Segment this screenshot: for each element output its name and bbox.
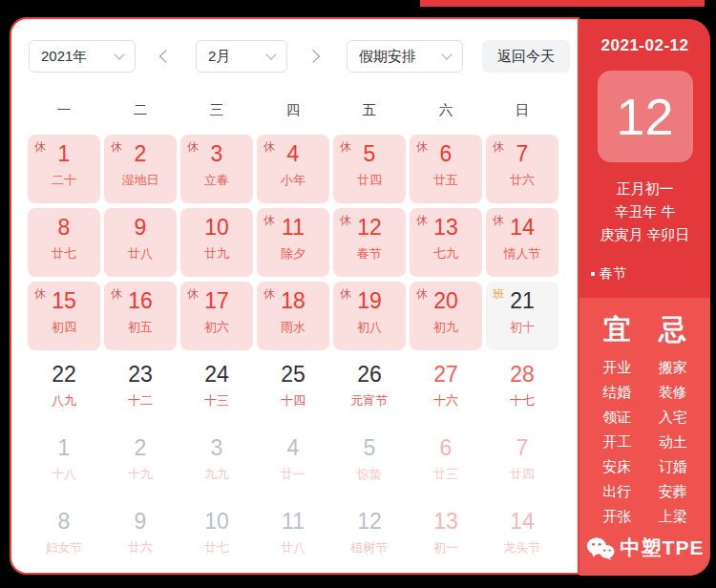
lunar-year: 辛丑年 牛 [579,200,710,223]
next-month-icon[interactable] [306,50,320,63]
prev-month-icon[interactable] [159,50,173,63]
day-number: 10 [204,509,229,534]
weekday-header: 六 [410,101,482,119]
lunar-label: 初九 [433,319,458,336]
day-cell[interactable]: 13初一 [410,502,482,571]
day-cell[interactable]: 10廿七 [180,502,253,571]
day-cell[interactable]: 休18雨水 [257,282,329,350]
day-cell[interactable]: 2十九 [104,429,177,497]
day-cell[interactable]: 4廿一 [257,429,329,497]
day-cell[interactable]: 10廿九 [180,208,253,277]
bullet-icon [591,272,595,276]
year-select[interactable]: 2021年 [29,40,136,73]
day-cell[interactable]: 休13七九 [410,208,482,277]
selected-date: 2021-02-12 [579,36,710,55]
day-cell[interactable]: 休11除夕 [257,208,329,277]
lunar-label: 十六 [433,392,458,410]
month-select-value: 2月 [208,48,230,66]
ji-item: 安葬 [645,479,702,504]
yi-item: 安床 [589,454,645,479]
rest-badge: 休 [340,213,351,229]
yi-title: 宜 [589,311,645,349]
ji-column: 搬家装修入宅动土订婚安葬上梁 [645,355,702,529]
day-cell[interactable]: 8妇女节 [28,502,100,571]
lunar-label: 初五 [128,319,153,336]
day-cell[interactable]: 23十二 [104,355,177,424]
day-cell[interactable]: 休12春节 [333,208,406,277]
day-cell[interactable]: 休2湿地日 [104,135,177,203]
rest-badge: 休 [416,286,428,303]
day-cell[interactable]: 休19初八 [333,282,406,350]
calendar-card: 2021年 2月 假期安排 返回今天 一二三四五六日 休1二十休2湿地日休3立春… [10,17,579,575]
rest-badge: 休 [263,286,275,303]
day-cell[interactable]: 7廿四 [486,429,558,497]
day-number: 13 [433,215,458,240]
rest-badge: 休 [493,139,504,156]
yi-item: 开张 [589,504,645,529]
day-cell[interactable]: 22八九 [28,355,100,424]
holiday-select[interactable]: 假期安排 [347,40,463,73]
weekday-header: 二 [104,101,177,119]
day-number: 2 [135,435,147,460]
day-cell[interactable]: 14龙头节 [486,502,558,571]
day-cell[interactable]: 休14情人节 [486,208,558,277]
day-cell[interactable]: 休17初六 [180,282,253,350]
holiday-select-value: 假期安排 [359,48,416,66]
day-cell[interactable]: 9廿八 [104,208,177,277]
day-cell[interactable]: 11廿八 [257,502,329,571]
day-cell[interactable]: 27十六 [410,355,482,424]
day-cell[interactable]: 12植树节 [333,502,406,571]
rest-badge: 休 [416,213,428,229]
day-cell[interactable]: 休5廿四 [333,135,406,203]
day-cell[interactable]: 3九九 [180,429,253,497]
lunar-label: 初六 [204,319,229,336]
day-cell[interactable]: 休4小年 [257,135,329,203]
day-cell[interactable]: 25十四 [257,355,329,424]
day-cell[interactable]: 28十七 [486,355,558,424]
day-number: 5 [364,141,376,166]
lunar-label: 廿六 [128,539,153,556]
day-cell[interactable]: 休6廿五 [410,135,482,203]
lunar-label: 湿地日 [122,172,159,189]
weekday-header: 日 [486,101,558,119]
month-select[interactable]: 2月 [196,40,287,73]
lunar-label: 初一 [433,539,458,556]
lunar-label: 元宵节 [351,392,389,410]
back-to-today-button[interactable]: 返回今天 [482,40,570,73]
lunar-label: 十三 [204,392,229,410]
day-cell[interactable]: 6廿三 [410,429,482,497]
festival-label: 春节 [600,265,626,283]
day-cell[interactable]: 9廿六 [104,502,177,571]
lunar-label: 廿八 [128,245,153,262]
day-cell[interactable]: 休20初九 [410,282,482,350]
day-number: 1 [58,435,71,460]
day-cell[interactable]: 休7廿六 [486,135,558,203]
calendar-widget: 2021年 2月 假期安排 返回今天 一二三四五六日 休1二十休2湿地日休3立春… [10,17,710,576]
yi-item: 开工 [589,430,645,454]
day-cell[interactable]: 1十八 [28,429,100,497]
lunar-label: 廿四 [357,172,382,189]
day-number: 8 [58,215,71,240]
day-cell[interactable]: 休16初五 [104,282,177,350]
day-cell[interactable]: 5惊蛰 [333,429,406,497]
day-cell[interactable]: 26元宵节 [333,355,406,424]
day-cell[interactable]: 24十三 [180,355,253,424]
day-number: 17 [204,288,229,313]
date-detail-sidebar: 2021-02-12 12 正月初一 辛丑年 牛 庚寅月 辛卯日 春节 宜 忌 … [579,19,710,576]
lunar-label: 除夕 [281,245,305,262]
day-cell[interactable]: 休1二十 [28,135,100,203]
lunar-label: 十二 [128,392,153,410]
day-cell[interactable]: 休15初四 [28,282,100,350]
day-cell[interactable]: 8廿七 [28,208,100,277]
day-number: 27 [433,362,458,387]
lunar-label: 十九 [128,466,153,483]
toolbar: 2021年 2月 假期安排 返回今天 [11,40,578,73]
day-cell[interactable]: 休3立春 [180,135,253,203]
day-number: 4 [287,141,300,166]
lunar-label: 春节 [357,245,382,262]
day-number: 4 [287,435,300,460]
lunar-label: 廿五 [433,172,458,189]
lunar-label: 情人节 [504,245,541,262]
day-number: 10 [204,215,229,240]
day-cell[interactable]: 班21初十 [486,282,558,350]
